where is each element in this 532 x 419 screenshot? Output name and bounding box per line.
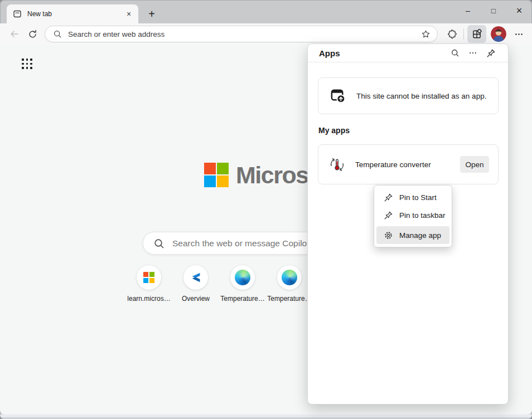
- install-app-icon: [330, 87, 347, 105]
- menu-item-label: Pin to Start: [399, 193, 437, 202]
- ms-learn-icon: [183, 265, 208, 290]
- tab-title: New tab: [27, 10, 124, 18]
- new-tab-button[interactable]: +: [144, 6, 159, 22]
- app-launcher-waffle-icon[interactable]: [21, 57, 33, 70]
- shortcuts-row: learn.micros… Overview Temperature… Temp…: [125, 265, 313, 303]
- my-apps-heading: My apps: [318, 126, 508, 135]
- toolbar: [0, 23, 532, 45]
- back-icon[interactable]: [7, 26, 22, 42]
- gear-icon: [383, 230, 393, 240]
- address-input[interactable]: [68, 30, 419, 38]
- search-icon: [153, 238, 165, 249]
- open-app-button[interactable]: Open: [460, 156, 489, 173]
- browser-window: New tab × + – □ ×: [0, 0, 532, 419]
- refresh-icon[interactable]: [25, 26, 40, 42]
- search-icon[interactable]: [448, 46, 462, 60]
- pin-icon[interactable]: [483, 46, 498, 60]
- menu-item-label: Pin to taskbar: [399, 211, 446, 220]
- tab-strip: New tab × + – □ ×: [0, 0, 532, 23]
- menu-item-manage-app[interactable]: Manage app: [376, 226, 449, 244]
- microsoft-squares-icon: [204, 163, 229, 187]
- menu-item-pin-to-taskbar[interactable]: Pin to taskbar: [376, 206, 449, 224]
- microsoft-squares-icon: [137, 265, 161, 290]
- temperature-converter-icon: [328, 156, 346, 173]
- window-controls: – □ ×: [455, 0, 532, 21]
- shortcut-temperature-1[interactable]: Temperature…: [219, 265, 266, 303]
- shortcut-temperature-2[interactable]: Temperature…: [266, 265, 313, 303]
- shortcut-label: Overview: [182, 295, 210, 303]
- shortcut-learn-microsoft[interactable]: learn.micros…: [125, 265, 172, 303]
- app-context-menu: Pin to Start Pin to taskbar Manage app: [374, 185, 452, 247]
- more-dots-icon[interactable]: [511, 26, 526, 42]
- menu-item-pin-to-start[interactable]: Pin to Start: [376, 188, 449, 206]
- minimize-button[interactable]: –: [455, 0, 481, 21]
- more-dots-icon[interactable]: [466, 46, 480, 60]
- toolbar-divider: [463, 28, 464, 40]
- shortcut-overview[interactable]: Overview: [172, 265, 219, 303]
- favorite-star-icon[interactable]: [419, 27, 433, 41]
- apps-panel-header: Apps: [308, 44, 508, 62]
- apps-grid-icon[interactable]: [467, 25, 486, 43]
- profile-avatar[interactable]: [491, 26, 506, 42]
- install-status-card: This site cannot be installed as an app.: [318, 77, 499, 114]
- extensions-puzzle-icon[interactable]: [444, 26, 460, 42]
- tab-favicon-icon: [13, 9, 22, 18]
- address-bar[interactable]: [45, 26, 438, 42]
- edge-logo-icon: [230, 265, 255, 290]
- shortcut-label: learn.micros…: [127, 295, 170, 303]
- pin-icon: [383, 192, 393, 202]
- shortcut-label: Temperature…: [220, 295, 264, 303]
- tab-new-tab[interactable]: New tab ×: [7, 4, 138, 23]
- edge-logo-icon: [277, 265, 302, 290]
- search-icon: [53, 30, 62, 38]
- shortcut-label: Temperature…: [267, 295, 311, 303]
- window-bottom-frame: [0, 415, 532, 419]
- tab-close-icon[interactable]: ×: [124, 9, 134, 19]
- install-status-text: This site cannot be installed as an app.: [356, 92, 486, 100]
- close-button[interactable]: ×: [506, 0, 532, 21]
- apps-panel-title: Apps: [319, 48, 444, 58]
- maximize-button[interactable]: □: [481, 0, 506, 21]
- menu-item-label: Manage app: [399, 231, 441, 240]
- app-name: Temperature converter: [355, 160, 460, 169]
- pin-icon: [383, 210, 393, 220]
- app-card-temperature-converter[interactable]: Temperature converter Open: [318, 144, 499, 184]
